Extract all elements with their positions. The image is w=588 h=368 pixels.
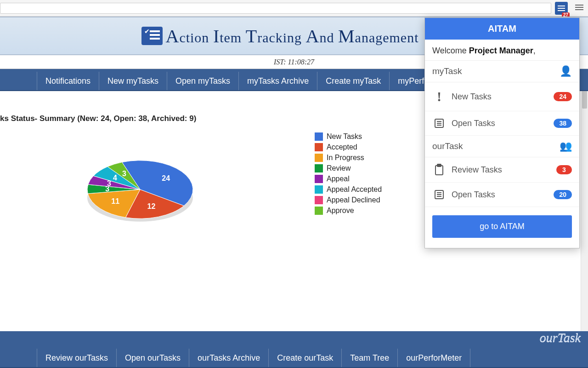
extension-popup: AITAM Welcome Project Manager, myTask 👤 … xyxy=(424,17,580,248)
legend-swatch xyxy=(315,143,323,151)
legend-label: Review xyxy=(327,164,351,172)
svg-text:11: 11 xyxy=(111,197,119,205)
people-icon: 👥 xyxy=(560,140,572,152)
legend-label: Accepted xyxy=(327,143,357,151)
app-title: Action Item Tracking And Management xyxy=(165,25,418,47)
svg-text:3: 3 xyxy=(122,170,126,178)
legend-label: In Progress xyxy=(327,154,364,162)
clipboard-icon xyxy=(432,164,446,176)
popup-welcome: Welcome Project Manager, xyxy=(425,40,579,61)
tab-open-ourtasks[interactable]: Open ourTasks xyxy=(117,349,189,367)
bottom-strip: ourTask xyxy=(0,331,588,346)
legend-label: Appeal xyxy=(327,175,350,183)
popup-section-mytask: myTask 👤 xyxy=(425,61,579,82)
tab-open-mytasks[interactable]: Open myTasks xyxy=(167,72,239,90)
goto-aitam-button[interactable]: go to AITAM xyxy=(432,215,572,238)
legend-swatch xyxy=(315,164,323,172)
legend-swatch xyxy=(315,132,323,141)
svg-text:24: 24 xyxy=(162,174,170,182)
count-badge: 20 xyxy=(554,190,572,199)
list-icon xyxy=(432,118,446,129)
person-icon: 👤 xyxy=(560,65,572,77)
section-label-ourtask: ourTask xyxy=(540,330,581,345)
legend-swatch xyxy=(315,185,323,194)
legend-item: Approve xyxy=(315,207,382,215)
count-badge: 38 xyxy=(554,119,572,128)
legend-item: Accepted xyxy=(315,143,382,151)
tab-new-mytasks[interactable]: New myTasks xyxy=(99,72,167,90)
logo-icon xyxy=(141,27,163,45)
popup-item-new-tasks[interactable]: ! New Tasks 24 xyxy=(425,82,579,111)
list-icon xyxy=(432,189,446,200)
url-field[interactable] xyxy=(0,3,551,14)
legend-item: Review xyxy=(315,164,382,172)
tab-create-ourtask[interactable]: Create ourTask xyxy=(269,349,342,367)
legend-swatch xyxy=(315,196,323,204)
exclamation-icon: ! xyxy=(432,89,446,104)
menu-icon[interactable] xyxy=(575,5,583,11)
pie-chart: 2412113343 xyxy=(71,130,218,268)
legend-swatch xyxy=(315,154,323,162)
tab-team-tree[interactable]: Team Tree xyxy=(342,349,398,367)
tz-label: IST: xyxy=(274,58,286,66)
popup-section-ourtask: ourTask 👥 xyxy=(425,136,579,157)
svg-rect-13 xyxy=(437,164,441,167)
extension-icon[interactable]: 27 xyxy=(555,2,568,15)
chart-legend: New TasksAcceptedIn ProgressReviewAppeal… xyxy=(315,132,382,215)
tab-ourperformeter[interactable]: ourPerforMeter xyxy=(398,349,470,367)
legend-swatch xyxy=(315,207,323,215)
popup-item-open-tasks[interactable]: Open Tasks 38 xyxy=(425,111,579,136)
bottom-nav: Review ourTasks Open ourTasks ourTasks A… xyxy=(0,346,588,368)
legend-label: New Tasks xyxy=(327,132,362,141)
legend-item: In Progress xyxy=(315,154,382,162)
popup-title: AITAM xyxy=(425,18,579,40)
popup-item-review-tasks[interactable]: Review Tasks 3 xyxy=(425,157,579,183)
svg-text:12: 12 xyxy=(147,202,156,210)
tab-create-mytask[interactable]: Create myTask xyxy=(317,72,390,90)
legend-item: New Tasks xyxy=(315,132,382,141)
legend-label: Appeal Accepted xyxy=(327,185,382,194)
legend-swatch xyxy=(315,175,323,183)
tab-review-ourtasks[interactable]: Review ourTasks xyxy=(37,349,117,367)
count-badge: 3 xyxy=(556,165,572,174)
legend-item: Appeal Accepted xyxy=(315,185,382,194)
tab-notifications[interactable]: Notifications xyxy=(37,72,99,90)
popup-item-open-ourtasks[interactable]: Open Tasks 20 xyxy=(425,183,579,207)
tab-ourtasks-archive[interactable]: ourTasks Archive xyxy=(189,349,269,367)
svg-text:4: 4 xyxy=(113,174,117,182)
legend-item: Appeal Declined xyxy=(315,196,382,204)
browser-chrome: 27 xyxy=(0,0,588,17)
legend-label: Approve xyxy=(327,207,354,215)
legend-item: Appeal xyxy=(315,175,382,183)
time-value: 11:08:27 xyxy=(288,58,314,66)
count-badge: 24 xyxy=(554,92,572,101)
legend-label: Appeal Declined xyxy=(327,196,380,204)
tab-mytasks-archive[interactable]: myTasks Archive xyxy=(239,72,317,90)
